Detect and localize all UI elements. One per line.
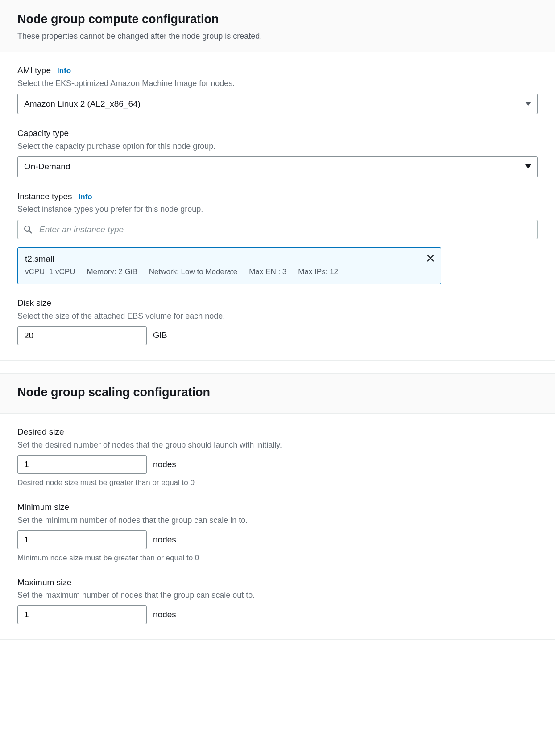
minimum-size-unit: nodes [153, 534, 176, 546]
maximum-size-desc: Set the maximum number of nodes that the… [17, 590, 538, 601]
ami-type-select[interactable]: Amazon Linux 2 (AL2_x86_64) [17, 94, 538, 115]
compute-config-panel: Node group compute configuration These p… [0, 0, 555, 361]
minimum-size-desc: Set the minimum number of nodes that the… [17, 515, 538, 526]
capacity-type-label: Capacity type [17, 127, 69, 140]
maximum-size-field: Maximum size Set the maximum number of n… [17, 577, 538, 625]
instance-types-desc: Select instance types you prefer for thi… [17, 204, 538, 215]
desired-size-field: Desired size Set the desired number of n… [17, 426, 538, 488]
minimum-size-label: Minimum size [17, 501, 69, 514]
disk-size-input[interactable] [17, 326, 147, 345]
compute-panel-title: Node group compute configuration [17, 11, 538, 28]
minimum-size-input[interactable] [17, 530, 147, 549]
instance-types-field: Instance types Info Select instance type… [17, 191, 538, 284]
instance-token-vcpu: vCPU: 1 vCPU [25, 267, 75, 277]
instance-type-token: t2.small vCPU: 1 vCPU Memory: 2 GiB Netw… [17, 247, 441, 284]
desired-size-unit: nodes [153, 459, 176, 471]
capacity-type-desc: Select the capacity purchase option for … [17, 141, 538, 152]
ami-type-field: AMI type Info Select the EKS-optimized A… [17, 65, 538, 114]
instance-token-memory: Memory: 2 GiB [87, 267, 137, 277]
desired-size-label: Desired size [17, 426, 64, 438]
ami-type-desc: Select the EKS-optimized Amazon Machine … [17, 78, 538, 89]
scaling-panel-title: Node group scaling configuration [17, 384, 538, 401]
instance-types-search-input[interactable] [17, 220, 538, 239]
instance-token-network: Network: Low to Moderate [149, 267, 237, 277]
capacity-type-field: Capacity type Select the capacity purcha… [17, 127, 538, 177]
ami-type-info-link[interactable]: Info [57, 66, 71, 76]
desired-size-hint: Desired node size must be greater than o… [17, 477, 538, 488]
instance-token-name: t2.small [25, 253, 434, 265]
minimum-size-field: Minimum size Set the minimum number of n… [17, 501, 538, 563]
disk-size-desc: Select the size of the attached EBS volu… [17, 311, 538, 322]
instance-types-info-link[interactable]: Info [79, 192, 92, 202]
maximum-size-label: Maximum size [17, 577, 71, 589]
svg-point-2 [25, 226, 30, 231]
search-icon [24, 225, 33, 234]
instance-token-max-ips: Max IPs: 12 [298, 267, 338, 277]
scaling-panel-body: Desired size Set the desired number of n… [0, 414, 555, 639]
desired-size-desc: Set the desired number of nodes that the… [17, 440, 538, 451]
remove-instance-button[interactable] [427, 254, 435, 262]
disk-size-unit: GiB [153, 329, 167, 341]
minimum-size-hint: Minimum node size must be greater than o… [17, 553, 538, 563]
instance-token-max-eni: Max ENI: 3 [249, 267, 286, 277]
compute-panel-header: Node group compute configuration These p… [0, 0, 555, 52]
capacity-type-value: On-Demand [24, 161, 70, 173]
scaling-panel-header: Node group scaling configuration [0, 374, 555, 414]
instance-types-label: Instance types [17, 191, 72, 203]
disk-size-field: Disk size Select the size of the attache… [17, 297, 538, 345]
ami-type-value: Amazon Linux 2 (AL2_x86_64) [24, 98, 141, 110]
compute-panel-body: AMI type Info Select the EKS-optimized A… [0, 52, 555, 360]
instance-token-meta: vCPU: 1 vCPU Memory: 2 GiB Network: Low … [25, 267, 434, 277]
scaling-config-panel: Node group scaling configuration Desired… [0, 373, 555, 640]
close-icon [427, 254, 435, 262]
maximum-size-unit: nodes [153, 609, 176, 621]
ami-type-label: AMI type [17, 65, 51, 77]
desired-size-input[interactable] [17, 455, 147, 474]
compute-panel-subtitle: These properties cannot be changed after… [17, 31, 538, 42]
svg-line-3 [29, 231, 32, 233]
maximum-size-input[interactable] [17, 605, 147, 624]
disk-size-label: Disk size [17, 297, 51, 309]
capacity-type-select[interactable]: On-Demand [17, 156, 538, 177]
